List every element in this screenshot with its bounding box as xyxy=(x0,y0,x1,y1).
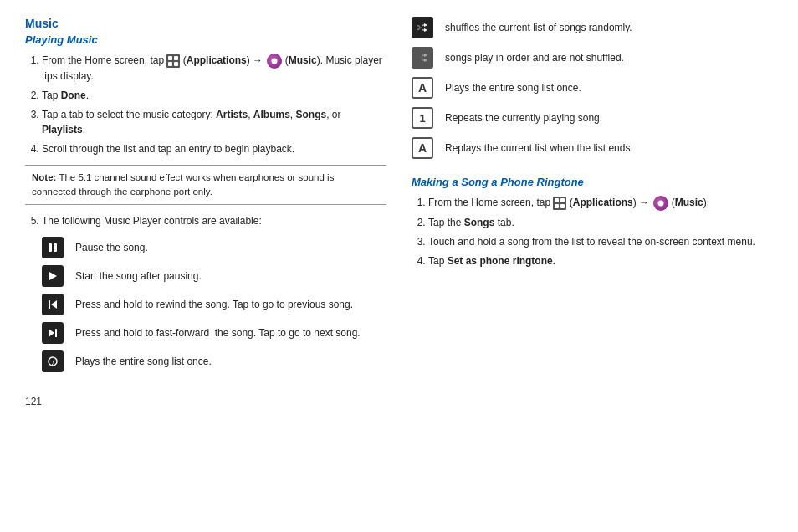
subsection2-title: Making a Song a Phone Ringtone xyxy=(412,176,773,188)
left-column: Music Playing Music From the Home screen… xyxy=(25,17,386,379)
shuffle-off-icon xyxy=(412,47,433,69)
subsection2-steps: From the Home screen, tap (Applications)… xyxy=(412,195,773,269)
step-5: The following Music Player controls are … xyxy=(42,213,386,228)
step-2: Tap Done. xyxy=(42,88,386,103)
pause-desc: Pause the song. xyxy=(75,237,148,255)
s2-step-3: Touch and hold a song from the list to r… xyxy=(428,234,773,249)
note-text: The 5.1 channel sound effect works when … xyxy=(32,172,334,197)
pause-icon xyxy=(42,237,64,258)
letter-a-box-desc: Replays the current list when the list e… xyxy=(445,137,633,156)
play-desc: Start the song after pausing. xyxy=(75,265,202,284)
right-controls-top: shuffles the current list of songs rando… xyxy=(412,17,773,159)
s2-step-2: Tap the Songs tab. xyxy=(428,215,773,230)
letter-a-icon: A xyxy=(412,77,433,99)
fastforward-icon xyxy=(42,322,64,344)
svg-rect-3 xyxy=(49,300,50,309)
note-label: Note: xyxy=(32,172,56,182)
svg-marker-4 xyxy=(51,300,57,309)
shuffle-on-desc: shuffles the current list of songs rando… xyxy=(445,17,632,35)
right-control-letter-a: A Plays the entire song list once. xyxy=(412,77,773,99)
section-title: Music xyxy=(25,17,386,30)
control-rewind: Press and hold to rewind the song. Tap t… xyxy=(42,294,386,315)
number-1-icon: 1 xyxy=(412,107,433,129)
number-1-desc: Repeats the currently playing song. xyxy=(445,107,602,125)
right-control-letter-a-box: A Replays the current list when the list… xyxy=(412,137,773,159)
subsection1-title: Playing Music xyxy=(25,33,386,46)
control-play: Start the song after pausing. xyxy=(42,265,386,287)
svg-rect-6 xyxy=(55,329,57,337)
rewind-icon xyxy=(42,294,64,315)
s2-music-app-icon xyxy=(653,196,668,211)
svg-marker-5 xyxy=(49,329,54,337)
note-box: Note: The 5.1 channel sound effect works… xyxy=(25,165,386,206)
s2-step-4: Tap Set as phone ringtone. xyxy=(428,253,773,269)
play-icon xyxy=(42,265,64,287)
letter-a-box-icon: A xyxy=(412,137,433,159)
control-pause: Pause the song. xyxy=(42,237,386,258)
svg-text:♪: ♪ xyxy=(51,359,54,366)
list-icon: ♪ xyxy=(42,350,64,372)
controls-list: Pause the song. Start the song after pau… xyxy=(42,237,386,372)
music-app-icon xyxy=(267,54,282,69)
shuffle-on-icon xyxy=(412,17,433,38)
right-control-number-1: 1 Repeats the currently playing song. xyxy=(412,107,773,129)
page-number: 121 xyxy=(25,396,773,407)
step-1: From the Home screen, tap (Applications)… xyxy=(42,53,386,84)
svg-rect-1 xyxy=(54,243,57,252)
control-list: ♪ Plays the entire song list once. xyxy=(42,350,386,372)
right-column: shuffles the current list of songs rando… xyxy=(412,17,773,379)
fastforward-desc: Press and hold to fast-forward the song.… xyxy=(75,322,361,340)
svg-marker-2 xyxy=(49,272,57,280)
shuffle-off-desc: songs play in order and are not shuffled… xyxy=(445,47,624,65)
step-4: Scroll through the list and tap an entry… xyxy=(42,141,386,156)
step-3: Tap a tab to select the music category: … xyxy=(42,107,386,137)
svg-rect-0 xyxy=(49,243,52,252)
list-desc: Plays the entire song list once. xyxy=(75,350,212,369)
letter-a-desc: Plays the entire song list once. xyxy=(445,77,581,95)
rewind-desc: Press and hold to rewind the song. Tap t… xyxy=(75,294,353,312)
right-control-shuffle-off: songs play in order and are not shuffled… xyxy=(412,47,773,69)
applications-grid-icon xyxy=(166,54,180,68)
s2-step-1: From the Home screen, tap (Applications)… xyxy=(428,195,773,211)
right-control-shuffle-on: shuffles the current list of songs rando… xyxy=(412,17,773,38)
s2-applications-grid-icon xyxy=(553,197,566,210)
control-fastforward: Press and hold to fast-forward the song.… xyxy=(42,322,386,344)
